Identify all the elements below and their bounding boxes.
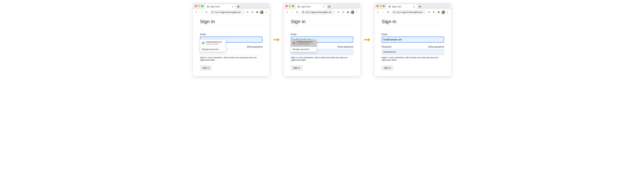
new-tab-button[interactable] [327, 5, 331, 9]
back-button[interactable] [376, 10, 380, 14]
svg-point-16 [428, 12, 429, 13]
close-tab-button[interactable] [413, 6, 415, 8]
autofill-username: foo@example.com [297, 41, 312, 43]
tab-title: Signin form [301, 6, 321, 8]
address-bar[interactable]: https://sign-in-form.glitch.me [391, 10, 426, 14]
password-input[interactable] [382, 49, 444, 55]
svg-point-10 [357, 11, 357, 12]
autofill-dropdown: foo@example.com •••••••••••••••• Manage … [291, 39, 316, 52]
key-icon[interactable] [336, 10, 340, 14]
close-window-button[interactable] [286, 5, 288, 7]
page-title: Sign in [382, 19, 444, 24]
tab-title: Signin form [392, 6, 412, 8]
email-field-row: Email foo@example.com •••••••••••••••• M… [291, 33, 353, 43]
address-bar[interactable]: https://sign-in-form.glitch.me [300, 10, 336, 14]
arrow-icon [364, 37, 371, 42]
url-text: https://sign-in-form.glitch.me [215, 11, 240, 14]
close-tab-button[interactable] [322, 6, 324, 8]
email-label: Email [382, 33, 444, 36]
manage-passwords-item[interactable]: Manage passwords… [291, 47, 316, 52]
forward-button[interactable] [200, 10, 204, 14]
key-icon[interactable] [246, 10, 250, 14]
star-icon[interactable] [341, 10, 345, 14]
window-controls [286, 5, 294, 7]
back-button[interactable] [194, 10, 198, 14]
email-field-row: Email foo@example.com •••••••••••••••• M… [200, 33, 262, 43]
zoom-window-button[interactable] [383, 5, 385, 7]
minimize-window-button[interactable] [380, 5, 382, 7]
close-window-button[interactable] [195, 5, 197, 7]
page-content: Sign in Email foo@example.com ••••••••••… [284, 15, 360, 76]
globe-icon [207, 6, 209, 8]
signin-button[interactable]: Sign in [382, 65, 393, 70]
tab-strip: Signin form [387, 3, 422, 9]
svg-rect-8 [302, 12, 304, 13]
browser-tab[interactable]: Signin form [205, 4, 235, 9]
titlebar: Signin form [193, 3, 270, 9]
password-hint: Eight or more characters, with at least … [200, 56, 262, 61]
titlebar: Signin form [374, 3, 451, 9]
close-tab-button[interactable] [232, 6, 234, 8]
email-input[interactable] [382, 37, 444, 43]
show-password-toggle[interactable]: Show password [247, 46, 262, 48]
address-bar[interactable]: https://sign-in-form.glitch.me [210, 10, 244, 14]
show-password-toggle[interactable]: Show password [428, 46, 444, 48]
globe-icon [388, 6, 391, 8]
password-field-row: Password Show password Eight or more cha… [382, 46, 444, 61]
extensions-icon[interactable] [255, 10, 259, 14]
browser-tab[interactable]: Signin form [387, 4, 417, 9]
autofill-item[interactable]: foo@example.com •••••••••••••••• [200, 40, 226, 47]
menu-dots-icon[interactable] [446, 10, 450, 14]
profile-avatar[interactable] [351, 10, 354, 14]
minimize-window-button[interactable] [289, 5, 291, 7]
svg-point-12 [357, 13, 357, 13]
tab-strip: Signin form [296, 3, 331, 9]
window-controls [195, 5, 203, 7]
autofill-dropdown: foo@example.com •••••••••••••••• Manage … [200, 39, 226, 52]
svg-point-19 [448, 13, 448, 13]
forward-button[interactable] [290, 10, 294, 14]
back-button[interactable] [285, 10, 289, 14]
page-title: Sign in [200, 19, 262, 24]
autofill-item[interactable]: foo@example.com •••••••••••••••• [291, 40, 316, 47]
show-password-toggle[interactable]: Show password [338, 46, 353, 48]
browser-tab[interactable]: Signin form [296, 4, 326, 9]
signin-button[interactable]: Sign in [291, 65, 302, 70]
forward-button[interactable] [381, 10, 385, 14]
extensions-icon[interactable] [437, 10, 441, 14]
extensions-icon[interactable] [346, 10, 350, 14]
reload-button[interactable] [386, 10, 390, 14]
profile-avatar[interactable] [260, 10, 264, 14]
toolbar: https://sign-in-form.glitch.me [374, 9, 451, 15]
minimize-window-button[interactable] [198, 5, 200, 7]
autofill-pw-mask: •••••••••••••••• [297, 43, 312, 45]
star-icon[interactable] [432, 10, 436, 14]
email-label: Email [291, 33, 353, 36]
password-hint: Eight or more characters, with at least … [291, 56, 353, 61]
menu-dots-icon[interactable] [264, 10, 268, 14]
page-content: Sign in Email Password Show password Eig… [374, 15, 451, 76]
new-tab-button[interactable] [418, 5, 422, 9]
zoom-window-button[interactable] [201, 5, 203, 7]
profile-avatar[interactable] [442, 10, 445, 14]
url-text: https://sign-in-form.glitch.me [306, 11, 332, 14]
reload-button[interactable] [204, 10, 208, 14]
zoom-window-button[interactable] [292, 5, 294, 7]
lock-icon [211, 11, 214, 14]
window-controls [376, 5, 385, 7]
globe-icon [202, 42, 205, 45]
signin-button[interactable]: Sign in [200, 65, 212, 70]
page-content: Sign in Email foo@example.com ••••••••••… [193, 15, 270, 76]
close-window-button[interactable] [376, 5, 378, 7]
key-icon[interactable] [427, 10, 431, 14]
manage-passwords-item[interactable]: Manage passwords… [200, 47, 226, 52]
password-label: Password [382, 46, 391, 48]
menu-dots-icon[interactable] [355, 10, 359, 14]
svg-point-3 [266, 11, 266, 12]
tab-title: Signin form [210, 6, 230, 8]
svg-point-17 [448, 11, 448, 12]
svg-point-4 [266, 12, 266, 13]
star-icon[interactable] [250, 10, 254, 14]
new-tab-button[interactable] [236, 5, 240, 9]
reload-button[interactable] [295, 10, 300, 14]
